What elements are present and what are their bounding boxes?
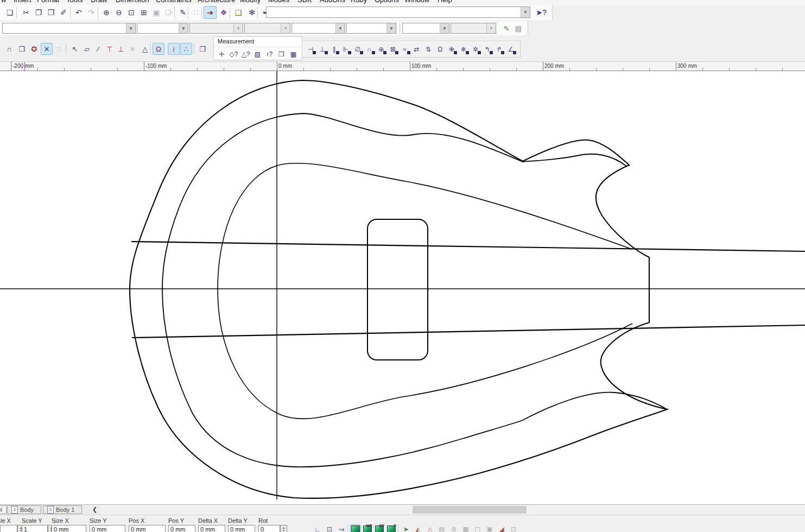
center-mode-button[interactable]: ⊡ <box>508 524 519 532</box>
axes-cross-tool[interactable]: ✕ <box>41 43 53 55</box>
cut-button[interactable]: ✂ <box>20 6 33 19</box>
zoom-out-button[interactable]: ⊖ <box>112 6 125 19</box>
fix-angle-constraint[interactable]: ∠ <box>505 44 516 54</box>
menu-item-insert[interactable]: Insert <box>14 0 31 5</box>
pan-mode-button[interactable]: ➤ <box>401 524 411 532</box>
chevron-down-icon[interactable]: ▼ <box>281 23 290 33</box>
menu-item-addons[interactable]: AddOns <box>320 0 345 5</box>
menu-item-modify[interactable]: Modify <box>240 0 261 5</box>
zoom-selection-button[interactable]: ❍ <box>162 6 175 19</box>
grid-snap-tool[interactable]: ∷ <box>53 43 65 55</box>
measure-angle-icon[interactable]: △? <box>240 49 251 59</box>
combo-8[interactable]: ▼ <box>451 23 496 34</box>
status-field-size-x[interactable]: 0 mm <box>52 525 86 532</box>
curve-fit-tool[interactable]: ∴ <box>180 43 192 55</box>
extrude-box-tool[interactable]: ❒ <box>197 43 208 55</box>
overlap-mode-button[interactable]: △ <box>424 524 435 532</box>
context-help-button[interactable]: ➤? <box>535 6 548 19</box>
tangent-point-tool[interactable]: ∕ <box>92 43 104 55</box>
chevron-down-icon[interactable]: ▼ <box>179 23 188 33</box>
fillet-tool-button[interactable]: ∟ <box>312 524 323 532</box>
offset-down-tool[interactable]: ⊥ <box>115 43 127 55</box>
status-field-delta-y[interactable]: 0 mm <box>228 525 255 532</box>
guitar-template-drawing[interactable] <box>0 71 805 504</box>
redo-button[interactable]: ↷ <box>85 6 98 19</box>
menu-item-help[interactable]: Help <box>438 0 452 5</box>
chevron-down-icon[interactable]: ▼ <box>486 23 496 33</box>
tab-scroll-left-button[interactable]: ❮ <box>92 506 97 513</box>
fix-arc-constraint[interactable]: Ω <box>435 44 446 54</box>
status-field-pos-y[interactable]: 0 mm <box>168 525 195 532</box>
command-combo[interactable]: ▼ <box>266 7 530 18</box>
import-shape-button[interactable]: ❖ <box>217 6 230 19</box>
measure-length-icon[interactable]: ◇? <box>228 49 239 59</box>
chevron-down-icon[interactable]: ▼ <box>521 7 530 17</box>
chevron-down-icon[interactable]: ▼ <box>335 23 345 33</box>
combo-6[interactable]: ▼ <box>346 23 396 34</box>
measure-area-icon[interactable]: ▨ <box>252 49 263 59</box>
pickup-route-rect[interactable] <box>367 219 428 360</box>
status-field-pos-x[interactable]: 0 mm <box>129 525 166 532</box>
parallel-constraint[interactable]: ∥ <box>328 44 339 54</box>
neck-bottom-line[interactable] <box>132 325 805 338</box>
zoom-window-button[interactable]: ⊡ <box>125 6 138 19</box>
menu-item-architecture[interactable]: Architecture <box>198 0 235 5</box>
menu-item-sdk[interactable]: SDK <box>297 0 312 5</box>
menu-item-constraints[interactable]: Constraints <box>156 0 192 5</box>
spinner-control[interactable]: ▲▼ <box>280 525 287 532</box>
menu-item-tools[interactable]: Tools <box>66 0 83 5</box>
flip-mode-button[interactable]: ◭ <box>413 524 423 532</box>
format-painter-button[interactable]: ✐ <box>57 6 70 19</box>
zoom-extents-button[interactable]: ⊞ <box>137 6 150 19</box>
arc-center-tool[interactable]: ∩ <box>3 43 15 55</box>
tab-body-1[interactable]: 2Body 1 <box>43 505 82 514</box>
anchor-constraint[interactable]: ✙ <box>446 44 457 54</box>
concentric-constraint[interactable]: ⊕ <box>376 44 386 54</box>
measure-volume-icon[interactable]: ❒ <box>276 49 287 59</box>
move-axes-icon[interactable]: ✛ <box>216 49 227 59</box>
menu-item-format[interactable]: Format <box>37 0 59 5</box>
drawing-canvas[interactable] <box>0 71 805 504</box>
pen-style-combo[interactable]: ▼ <box>2 23 136 34</box>
horizontal-distance-constraint[interactable]: ⇄ <box>411 44 422 54</box>
chevron-down-icon[interactable]: ▼ <box>126 23 135 33</box>
measure-path-icon[interactable]: ≀? <box>264 49 275 59</box>
circle-axes-tool[interactable]: ✪ <box>28 43 40 55</box>
neck-top-line[interactable] <box>131 242 805 251</box>
zoom-in-button[interactable]: ⊕ <box>100 6 113 19</box>
chevron-down-icon[interactable]: ▼ <box>440 23 449 33</box>
fill-mode-button[interactable]: ▦ <box>460 524 471 532</box>
pen-edit-icon[interactable]: ✎ <box>500 22 512 34</box>
tangent-constraint[interactable]: ∅ <box>352 44 363 54</box>
menu-item-window[interactable]: Window <box>404 0 429 5</box>
measure-surface-icon[interactable]: ▦ <box>288 49 299 59</box>
select-f-mode[interactable]: F <box>386 524 397 532</box>
select-wp-mode[interactable]: WP <box>362 524 373 532</box>
fix-line-constraint[interactable]: ⊩ <box>340 44 351 54</box>
chevron-down-icon[interactable]: ▼ <box>386 23 396 33</box>
fix-midpoint-constraint[interactable]: ⊥ <box>317 44 328 54</box>
star-point-tool[interactable]: ✳ <box>126 43 138 55</box>
fix-box-constraint[interactable]: ⊠ <box>388 44 398 54</box>
line-width-combo[interactable]: ▼ <box>137 23 188 34</box>
spline-edit-button[interactable]: ↝ <box>336 524 347 532</box>
select-cp-mode[interactable]: CP <box>374 524 385 532</box>
insert-point-button[interactable]: ➔ <box>204 6 217 19</box>
no-fill-mode-button[interactable]: ⊘ <box>448 524 459 532</box>
magnet-tool[interactable]: Ω <box>153 43 164 55</box>
menu-item-dimension[interactable]: Dimension <box>116 0 149 5</box>
equal-curve-constraint[interactable]: ≈ <box>400 44 410 54</box>
undo-button[interactable]: ↶ <box>72 6 85 19</box>
body-carve-line[interactable] <box>218 163 632 419</box>
menu-item-w[interactable]: w <box>1 0 6 5</box>
frame-mode-button[interactable]: ▢ <box>472 524 483 532</box>
menu-item-options[interactable]: Options <box>375 0 399 5</box>
copy-button[interactable]: ❐ <box>32 6 45 19</box>
select-rect-mode[interactable] <box>350 524 361 532</box>
box-3d-tool[interactable]: ❒ <box>16 43 28 55</box>
scrollbar-thumb[interactable] <box>413 506 527 514</box>
combo-5[interactable]: ▼ <box>291 23 345 34</box>
arc-tangent-constraint[interactable]: ∩ <box>364 44 375 54</box>
status-field-rot[interactable]: 0 <box>258 525 280 532</box>
cone-tool[interactable]: △ <box>139 43 151 55</box>
